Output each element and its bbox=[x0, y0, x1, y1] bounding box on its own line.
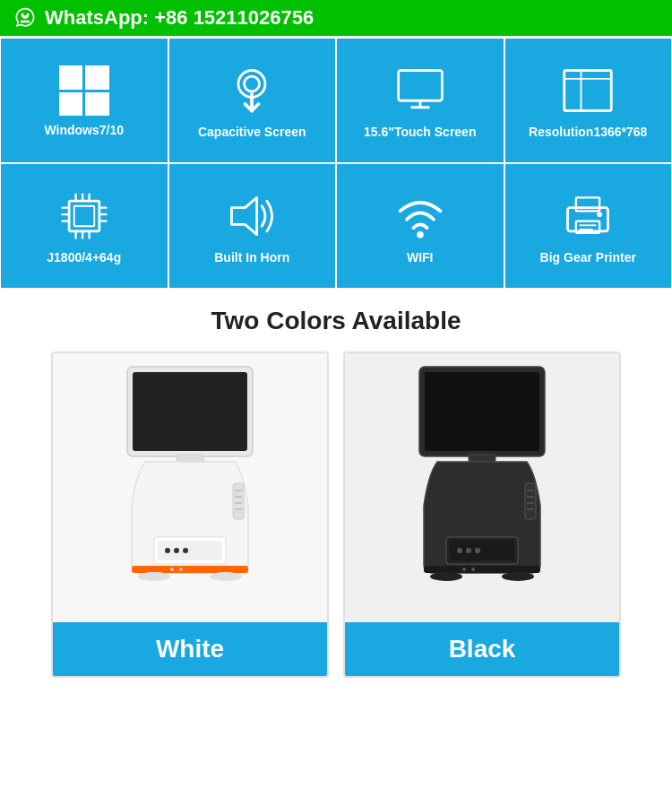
black-color-label: Black bbox=[345, 622, 619, 676]
cpu-icon bbox=[57, 189, 111, 243]
svg-point-39 bbox=[165, 548, 170, 553]
color-card-white[interactable]: White bbox=[51, 351, 329, 678]
feature-windows-label: Windows7/10 bbox=[44, 123, 124, 137]
feature-wifi: WIFI bbox=[336, 163, 504, 289]
color-card-black[interactable]: Black bbox=[343, 351, 621, 678]
svg-rect-8 bbox=[564, 71, 612, 111]
svg-point-58 bbox=[466, 548, 471, 553]
svg-rect-28 bbox=[576, 197, 599, 211]
colors-section: Two Colors Available bbox=[0, 289, 672, 687]
feature-wifi-label: WIFI bbox=[407, 250, 434, 265]
feature-resolution: Resolution1366*768 bbox=[504, 38, 673, 163]
svg-point-1 bbox=[245, 76, 260, 91]
svg-rect-52 bbox=[425, 372, 539, 451]
svg-marker-25 bbox=[232, 197, 257, 234]
wifi-icon bbox=[393, 189, 447, 243]
svg-point-66 bbox=[502, 572, 534, 581]
svg-point-67 bbox=[462, 568, 466, 571]
feature-grid: Windows7/10 Capacitive Screen 15.6"Touch… bbox=[0, 36, 672, 289]
svg-rect-34 bbox=[133, 372, 247, 451]
svg-point-57 bbox=[457, 548, 462, 553]
feature-cpu-label: J1800/4+64g bbox=[47, 250, 121, 265]
white-pos-svg bbox=[100, 358, 280, 618]
feature-printer: Big Gear Printer bbox=[504, 163, 673, 289]
printer-icon bbox=[561, 189, 615, 243]
svg-rect-54 bbox=[424, 566, 540, 573]
svg-point-48 bbox=[210, 572, 242, 581]
resolution-icon bbox=[561, 64, 615, 117]
feature-printer-label: Big Gear Printer bbox=[540, 250, 636, 265]
svg-rect-60 bbox=[525, 483, 536, 519]
svg-rect-53 bbox=[469, 455, 495, 462]
windows-icon bbox=[59, 65, 109, 116]
svg-rect-42 bbox=[233, 483, 244, 519]
whatsapp-text: WhatsApp: +86 15211026756 bbox=[45, 6, 314, 30]
feature-touchscreen-label: 15.6"Touch Screen bbox=[364, 125, 476, 139]
feature-capacitive: Capacitive Screen bbox=[168, 38, 337, 163]
svg-point-59 bbox=[475, 548, 480, 553]
feature-resolution-label: Resolution1366*768 bbox=[529, 125, 647, 139]
black-pos-svg bbox=[392, 358, 572, 618]
svg-rect-35 bbox=[177, 455, 203, 462]
svg-point-40 bbox=[174, 548, 179, 553]
svg-point-68 bbox=[471, 568, 475, 571]
white-pos-image bbox=[53, 353, 327, 622]
svg-rect-36 bbox=[132, 566, 248, 573]
svg-rect-12 bbox=[74, 206, 95, 227]
svg-point-41 bbox=[183, 548, 188, 553]
feature-horn: Built In Horn bbox=[168, 163, 337, 289]
svg-point-50 bbox=[179, 568, 183, 571]
feature-horn-label: Built In Horn bbox=[214, 250, 289, 265]
svg-point-32 bbox=[598, 212, 603, 217]
whatsapp-icon bbox=[13, 5, 38, 30]
color-cards: White bbox=[14, 351, 658, 678]
svg-point-49 bbox=[170, 568, 174, 571]
finger-icon bbox=[225, 64, 279, 117]
black-pos-image bbox=[345, 353, 619, 622]
colors-title: Two Colors Available bbox=[14, 307, 658, 335]
svg-point-47 bbox=[138, 572, 170, 581]
svg-rect-5 bbox=[398, 71, 442, 101]
svg-point-65 bbox=[430, 572, 462, 581]
svg-point-26 bbox=[417, 231, 424, 239]
monitor-icon bbox=[393, 64, 447, 117]
whatsapp-bar: WhatsApp: +86 15211026756 bbox=[0, 0, 672, 36]
white-color-label: White bbox=[53, 622, 327, 676]
feature-cpu: J1800/4+64g bbox=[0, 163, 168, 289]
feature-windows: Windows7/10 bbox=[0, 38, 168, 163]
speaker-icon bbox=[225, 189, 279, 243]
feature-capacitive-label: Capacitive Screen bbox=[198, 125, 306, 139]
feature-touchscreen: 15.6"Touch Screen bbox=[336, 38, 504, 163]
